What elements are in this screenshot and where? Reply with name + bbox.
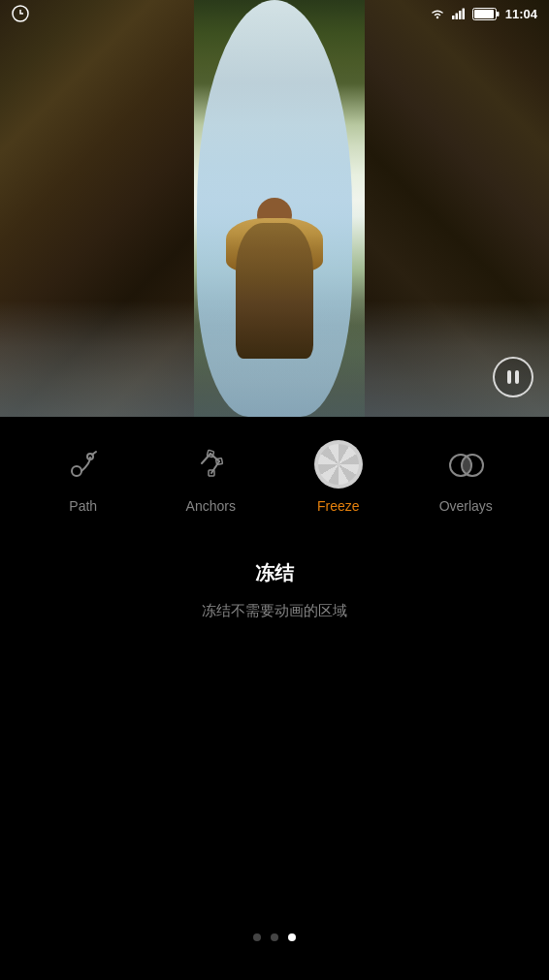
tab-anchors[interactable]: Anchors [177, 440, 244, 514]
person-body [236, 223, 313, 359]
content-description: 冻结不需要动画的区域 [202, 602, 347, 620]
tab-overlays[interactable]: Overlays [432, 440, 500, 514]
pagination-dots [0, 933, 549, 941]
wifi-icon [430, 8, 445, 19]
freeze-icon [314, 440, 363, 489]
tab-overlays-label: Overlays [439, 498, 493, 514]
bottom-panel: Path Anchors Fr [0, 417, 549, 980]
tab-freeze[interactable]: Freeze [305, 440, 372, 514]
svg-rect-6 [497, 12, 500, 16]
dot-1 [253, 933, 261, 941]
pause-bar-right [515, 370, 519, 384]
pause-button[interactable] [493, 357, 533, 397]
signal-icon [451, 8, 467, 19]
tab-anchors-label: Anchors [186, 498, 236, 514]
status-bar: 11:04 [0, 0, 549, 27]
path-icon [59, 440, 108, 489]
svg-line-11 [202, 454, 210, 463]
dot-2 [271, 933, 278, 941]
svg-rect-7 [474, 10, 494, 18]
status-right: 11:04 [430, 7, 537, 21]
svg-line-12 [211, 461, 219, 473]
content-area: 冻结 冻结不需要动画的区域 [0, 522, 549, 980]
battery-icon [472, 8, 500, 20]
anchors-icon [186, 440, 235, 489]
tab-path-label: Path [69, 498, 97, 514]
video-area [0, 0, 549, 417]
tool-tabs: Path Anchors Fr [0, 417, 549, 522]
pause-icon [507, 370, 519, 384]
svg-rect-1 [452, 16, 455, 19]
time-display: 11:04 [505, 7, 537, 21]
tab-freeze-label: Freeze [317, 498, 360, 514]
svg-rect-3 [459, 11, 462, 19]
dot-3 [288, 933, 296, 941]
pause-bar-left [507, 370, 511, 384]
overlays-icon [441, 440, 490, 489]
tab-path[interactable]: Path [49, 440, 117, 514]
content-title: 冻结 [255, 560, 294, 586]
app-icon [12, 5, 29, 22]
person-silhouette [216, 184, 333, 359]
svg-rect-2 [455, 14, 458, 20]
status-left [12, 5, 29, 22]
svg-point-8 [72, 466, 81, 476]
svg-rect-4 [462, 9, 465, 20]
